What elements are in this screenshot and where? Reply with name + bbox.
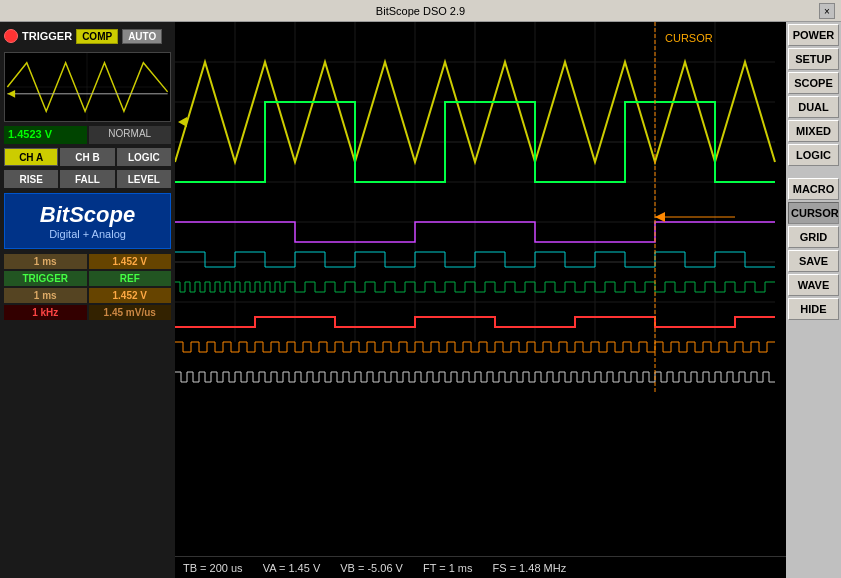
scope-canvas[interactable]: CURSOR — [175, 22, 786, 556]
time-trigger: TRIGGER — [4, 271, 87, 286]
bitscope-subtitle: Digital + Analog — [11, 228, 164, 240]
time-row-1: 1 ms 1.452 V — [4, 254, 171, 269]
close-button[interactable]: × — [819, 3, 835, 19]
trigger-label: TRIGGER — [22, 30, 72, 42]
bitscope-logo: BitScope Digital + Analog — [4, 193, 171, 249]
mini-scope-svg — [5, 53, 170, 121]
fall-button[interactable]: FALL — [60, 170, 114, 188]
power-button[interactable]: POWER — [788, 24, 839, 46]
logic-sidebar-button[interactable]: LOGIC — [788, 144, 839, 166]
channel-row: CH A CH B LOGIC — [0, 146, 175, 168]
grid-button[interactable]: GRID — [788, 226, 839, 248]
scope-area: CURSOR TB = 200 us VA = 1.45 V VB = -5.0… — [175, 22, 786, 578]
fs-stat: FS = 1.48 MHz — [493, 562, 567, 574]
svg-text:CURSOR: CURSOR — [665, 32, 713, 44]
wave-button[interactable]: WAVE — [788, 274, 839, 296]
logic-button[interactable]: LOGIC — [117, 148, 171, 166]
va-stat: VA = 1.45 V — [263, 562, 321, 574]
time-mvdiv: 1.45 mV/us — [89, 305, 172, 320]
macro-button[interactable]: MACRO — [788, 178, 839, 200]
time-row-2: TRIGGER REF — [4, 271, 171, 286]
edge-row: RISE FALL LEVEL — [0, 168, 175, 190]
time-row-3: 1 ms 1.452 V — [4, 288, 171, 303]
scope-waveform-svg: CURSOR — [175, 22, 786, 556]
auto-button[interactable]: AUTO — [122, 29, 162, 44]
main-layout: TRIGGER COMP AUTO 1.4523 V NORMAL — [0, 22, 841, 578]
ft-stat: FT = 1 ms — [423, 562, 473, 574]
titlebar: BitScope DSO 2.9 × — [0, 0, 841, 22]
time-rows: 1 ms 1.452 V TRIGGER REF 1 ms 1.452 V 1 … — [0, 252, 175, 322]
scope-button[interactable]: SCOPE — [788, 72, 839, 94]
bitscope-title: BitScope — [11, 202, 164, 228]
setup-button[interactable]: SETUP — [788, 48, 839, 70]
right-sidebar: POWER SETUP SCOPE DUAL MIXED LOGIC MACRO… — [786, 22, 841, 578]
vb-stat: VB = -5.06 V — [340, 562, 403, 574]
mini-scope-display — [4, 52, 171, 122]
sidebar-gap — [788, 168, 839, 176]
time-ref: REF — [89, 271, 172, 286]
window-title: BitScope DSO 2.9 — [376, 5, 465, 17]
time-ms-1: 1 ms — [4, 254, 87, 269]
trigger-row: TRIGGER COMP AUTO — [0, 22, 175, 50]
save-button[interactable]: SAVE — [788, 250, 839, 272]
cha-button[interactable]: CH A — [4, 148, 58, 166]
mode-display: NORMAL — [89, 126, 172, 144]
dual-button[interactable]: DUAL — [788, 96, 839, 118]
comp-button[interactable]: COMP — [76, 29, 118, 44]
time-val-2: 1.452 V — [89, 288, 172, 303]
chb-button[interactable]: CH B — [60, 148, 114, 166]
hide-button[interactable]: HIDE — [788, 298, 839, 320]
time-row-4: 1 kHz 1.45 mV/us — [4, 305, 171, 320]
tb-stat: TB = 200 us — [183, 562, 243, 574]
voltage-row: 1.4523 V NORMAL — [0, 124, 175, 146]
mixed-button[interactable]: MIXED — [788, 120, 839, 142]
time-val-1: 1.452 V — [89, 254, 172, 269]
voltage-display: 1.4523 V — [4, 126, 87, 144]
rise-button[interactable]: RISE — [4, 170, 58, 188]
trigger-indicator — [4, 29, 18, 43]
left-panel: TRIGGER COMP AUTO 1.4523 V NORMAL — [0, 22, 175, 578]
time-ms-2: 1 ms — [4, 288, 87, 303]
level-button[interactable]: LEVEL — [117, 170, 171, 188]
time-khz: 1 kHz — [4, 305, 87, 320]
scope-status-bar: TB = 200 us VA = 1.45 V VB = -5.06 V FT … — [175, 556, 786, 578]
cursor-button[interactable]: CURSOR — [788, 202, 839, 224]
